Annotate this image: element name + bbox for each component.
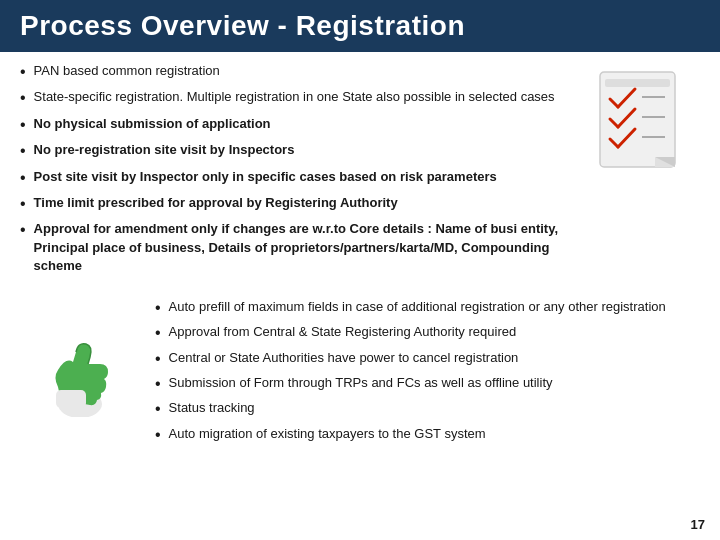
bullet-text: Central or State Authorities have power …	[169, 349, 519, 367]
bullet-text: Auto prefill of maximum fields in case o…	[169, 298, 666, 316]
bottom-bullet-item: •Approval from Central & State Registeri…	[155, 323, 700, 344]
bottom-bullet-item: •Auto migration of existing taxpayers to…	[155, 425, 700, 446]
main-bullet-item: •Approval for amendment only if changes …	[20, 220, 560, 275]
bullet-text: Approval from Central & State Registerin…	[169, 323, 517, 341]
bullet-icon: •	[155, 398, 161, 420]
page-header: Process Overview - Registration	[0, 0, 720, 52]
main-bullet-item: •Time limit prescribed for approval by R…	[20, 194, 560, 215]
main-content: •PAN based common registration•State-spe…	[0, 52, 720, 285]
bullet-text: Submission of Form through TRPs and FCs …	[169, 374, 553, 392]
svg-rect-1	[605, 79, 670, 87]
main-bullet-item: •State-specific registration. Multiple r…	[20, 88, 560, 109]
bullet-text: Approval for amendment only if changes a…	[34, 220, 560, 275]
checklist-illustration	[580, 67, 700, 187]
left-section: •PAN based common registration•State-spe…	[20, 62, 560, 280]
bottom-left	[20, 298, 140, 450]
bullet-icon: •	[155, 348, 161, 370]
bullet-icon: •	[20, 61, 26, 83]
bullet-text: Time limit prescribed for approval by Re…	[34, 194, 398, 212]
bullet-icon: •	[155, 424, 161, 446]
bottom-bullet-list: •Auto prefill of maximum fields in case …	[155, 298, 700, 446]
bullet-text: Status tracking	[169, 399, 255, 417]
svg-rect-12	[56, 390, 86, 408]
bullet-icon: •	[20, 219, 26, 241]
main-bullet-list: •PAN based common registration•State-spe…	[20, 62, 560, 275]
main-bullet-item: •No physical submission of application	[20, 115, 560, 136]
bottom-bullet-item: •Auto prefill of maximum fields in case …	[155, 298, 700, 319]
bullet-icon: •	[155, 297, 161, 319]
page-title: Process Overview - Registration	[20, 10, 465, 42]
bullet-text: State-specific registration. Multiple re…	[34, 88, 555, 106]
bullet-icon: •	[155, 373, 161, 395]
bullet-text: No pre-registration site visit by Inspec…	[34, 141, 295, 159]
thumbs-up-illustration	[38, 332, 123, 417]
main-bullet-item: •Post site visit by Inspector only in sp…	[20, 168, 560, 189]
bullet-icon: •	[20, 193, 26, 215]
bullet-icon: •	[20, 140, 26, 162]
bullet-text: PAN based common registration	[34, 62, 220, 80]
bullet-text: Post site visit by Inspector only in spe…	[34, 168, 497, 186]
bottom-bullet-item: •Central or State Authorities have power…	[155, 349, 700, 370]
main-bullet-item: •No pre-registration site visit by Inspe…	[20, 141, 560, 162]
bottom-right: •Auto prefill of maximum fields in case …	[155, 298, 700, 450]
right-section	[570, 62, 700, 280]
main-bullet-item: •PAN based common registration	[20, 62, 560, 83]
bottom-bullet-item: •Status tracking	[155, 399, 700, 420]
bullet-icon: •	[155, 322, 161, 344]
bottom-section: •Auto prefill of maximum fields in case …	[0, 290, 720, 455]
bullet-text: Auto migration of existing taxpayers to …	[169, 425, 486, 443]
bullet-text: No physical submission of application	[34, 115, 271, 133]
bottom-bullet-item: •Submission of Form through TRPs and FCs…	[155, 374, 700, 395]
page-number: 17	[691, 517, 705, 532]
bullet-icon: •	[20, 114, 26, 136]
bullet-icon: •	[20, 87, 26, 109]
bullet-icon: •	[20, 167, 26, 189]
